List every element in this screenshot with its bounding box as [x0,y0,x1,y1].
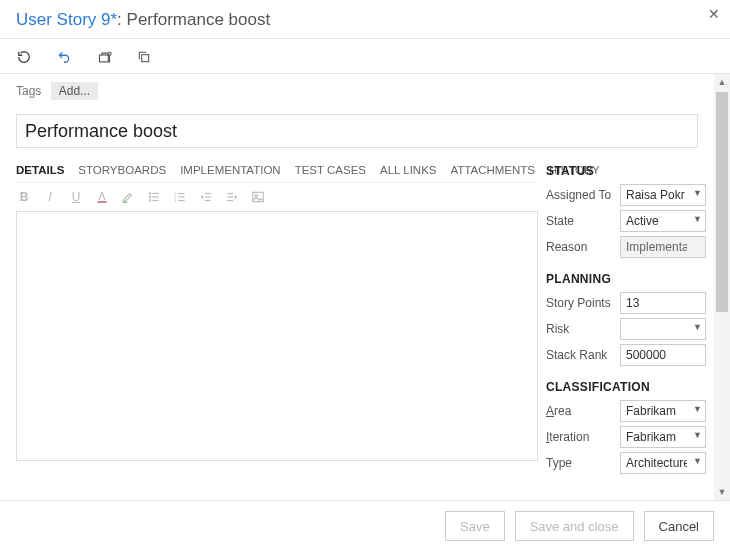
close-icon[interactable]: ✕ [708,6,720,22]
link-work-item-icon[interactable] [96,49,112,65]
svg-rect-0 [99,55,108,62]
workitem-title-input[interactable] [16,114,698,148]
tab-details[interactable]: DETAILS [16,162,64,182]
save-button[interactable]: Save [445,511,505,541]
label-type: Type [546,456,620,470]
header: User Story 9*: Performance boost [0,0,730,38]
svg-point-24 [255,195,257,197]
tab-all-links[interactable]: ALL LINKS [380,162,436,182]
copy-icon[interactable] [136,49,152,65]
label-story-points: Story Points [546,296,620,310]
indent-icon[interactable] [224,189,240,205]
svg-rect-12 [178,196,184,197]
header-title: : Performance boost [117,10,270,29]
stack-rank-input[interactable] [620,344,706,366]
label-assigned-to: Assigned To [546,188,620,202]
svg-rect-21 [227,196,233,197]
underline-icon[interactable]: U [68,189,84,205]
story-points-input[interactable] [620,292,706,314]
svg-rect-6 [152,193,158,194]
rich-text-toolbar: B I U 123 [16,183,538,211]
toolbar [0,39,730,73]
svg-rect-22 [227,200,233,201]
cancel-button[interactable]: Cancel [644,511,714,541]
section-status: STATUS [546,164,706,178]
highlight-icon[interactable] [120,189,136,205]
svg-point-9 [149,199,151,201]
tab-attachments[interactable]: ATTACHMENTS [451,162,536,182]
scrollbar-thumb[interactable] [716,92,728,312]
area-select[interactable] [620,400,706,422]
svg-rect-17 [205,193,211,194]
svg-rect-2 [142,55,149,62]
outdent-icon[interactable] [198,189,214,205]
svg-point-5 [149,192,151,194]
label-state: State [546,214,620,228]
scroll-up-icon[interactable]: ▲ [714,74,730,90]
label-stack-rank: Stack Rank [546,348,620,362]
scroll-down-icon[interactable]: ▼ [714,484,730,500]
iteration-select[interactable] [620,426,706,448]
state-select[interactable] [620,210,706,232]
svg-rect-3 [97,201,106,203]
font-color-icon[interactable] [94,189,110,205]
item-id-prefix: User Story 9* [16,10,117,29]
svg-rect-13 [178,200,184,201]
svg-rect-11 [178,193,184,194]
refresh-icon[interactable] [16,49,32,65]
svg-rect-8 [152,196,158,197]
svg-point-1 [107,52,110,55]
tags-label: Tags [16,84,41,98]
section-planning: PLANNING [546,272,706,286]
svg-rect-18 [205,196,211,197]
svg-rect-4 [123,202,128,203]
label-iteration: Iteration [546,430,620,444]
tab-storyboards[interactable]: STORYBOARDS [78,162,166,182]
svg-rect-10 [152,200,158,201]
bullet-list-icon[interactable] [146,189,162,205]
description-editor[interactable] [16,211,538,461]
italic-icon[interactable]: I [42,189,58,205]
label-reason: Reason [546,240,620,254]
bold-icon[interactable]: B [16,189,32,205]
reason-field [620,236,706,258]
section-classification: CLASSIFICATION [546,380,706,394]
svg-point-7 [149,196,151,198]
assigned-to-select[interactable] [620,184,706,206]
insert-image-icon[interactable] [250,189,266,205]
tabs: DETAILS STORYBOARDS IMPLEMENTATION TEST … [16,162,538,183]
tags-add-button[interactable]: Add... [51,82,98,100]
label-risk: Risk [546,322,620,336]
undo-icon[interactable] [56,49,72,65]
tab-implementation[interactable]: IMPLEMENTATION [180,162,281,182]
risk-select[interactable] [620,318,706,340]
number-list-icon[interactable]: 123 [172,189,188,205]
type-select[interactable] [620,452,706,474]
svg-rect-20 [227,193,233,194]
tab-test-cases[interactable]: TEST CASES [295,162,366,182]
tags-row: Tags Add... [0,74,714,104]
svg-rect-19 [205,200,211,201]
save-and-close-button[interactable]: Save and close [515,511,634,541]
label-area: Area [546,404,620,418]
footer: Save Save and close Cancel [0,500,730,551]
scrollbar[interactable]: ▲ ▼ [714,74,730,500]
svg-text:3: 3 [174,199,176,203]
svg-rect-23 [253,192,264,201]
